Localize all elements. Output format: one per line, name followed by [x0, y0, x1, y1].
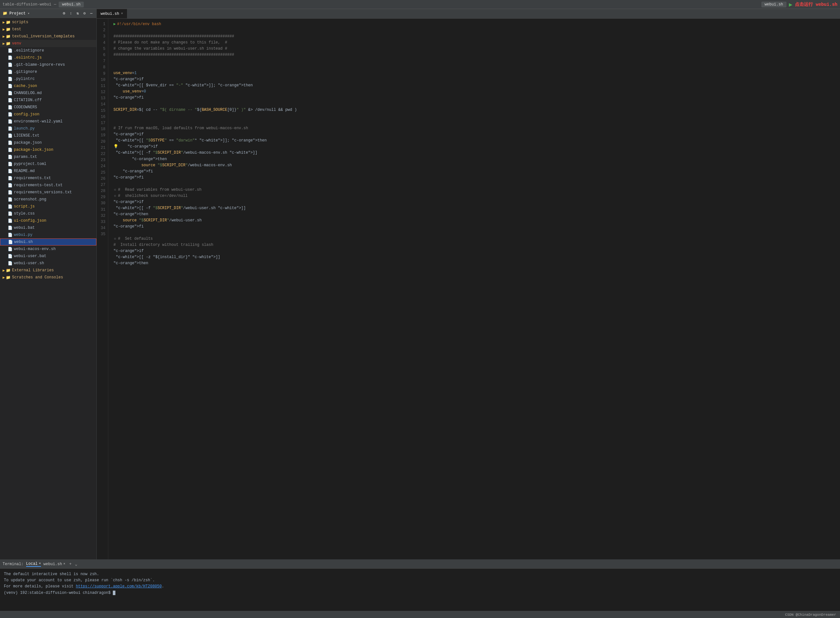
tree-item-textual-inversion-templates[interactable]: ▶📁textual_inversion_templates	[0, 33, 97, 40]
toolbar-icon-3[interactable]: ⇅	[75, 10, 80, 16]
toolbar-icon-4[interactable]: ⚙	[82, 10, 87, 16]
tree-item-environment-wsl2-yaml[interactable]: 📄environment-wsl2.yaml	[0, 118, 97, 125]
tree-item-license-txt[interactable]: 📄LICENSE.txt	[0, 132, 97, 139]
code-content[interactable]: ▶#!/usr/bin/env bash####################…	[108, 19, 840, 559]
tree-item-requirements-txt[interactable]: 📄requirements.txt	[0, 175, 97, 182]
tree-item-requirements-test-txt[interactable]: 📄requirements-test.txt	[0, 182, 97, 189]
statusbar: CSDN @ChinaDragonDreamer	[0, 611, 840, 618]
tree-item-webui-bat[interactable]: 📄webui.bat	[0, 224, 97, 231]
run-button[interactable]: ▶	[789, 1, 792, 8]
toolbar-icon-2[interactable]: ↕	[68, 10, 73, 16]
tree-label: params.txt	[14, 154, 37, 159]
terminal-label: Terminal:	[3, 562, 24, 566]
tree-item-launch-py[interactable]: 📄launch.py	[0, 125, 97, 132]
tree-item-script-js[interactable]: 📄script.js	[0, 203, 97, 210]
tree-item-webui-py[interactable]: 📄webui.py	[0, 231, 97, 238]
tree-item-webui-macos-env-sh[interactable]: 📄webui-macos-env.sh	[0, 245, 97, 253]
tree-item-webui-sh[interactable]: 📄webui.sh	[0, 238, 97, 245]
code-line-16	[113, 119, 835, 125]
title-tab[interactable]: webui.sh	[59, 1, 84, 7]
tree-item--eslintignore[interactable]: 📄.eslintignore	[0, 47, 97, 54]
code-line-11: use_venv=0	[113, 89, 835, 95]
code-line-6: ########################################…	[113, 52, 835, 58]
close-webui-tab[interactable]: ×	[63, 562, 65, 566]
line-number-28: 28	[98, 188, 106, 194]
tree-item-cache-json[interactable]: 📄cache.json	[0, 82, 97, 89]
tree-icon--gitignore: 📄	[8, 70, 13, 74]
tree-item-pyproject-toml[interactable]: 📄pyproject.toml	[0, 160, 97, 168]
tree-label: Scratches and Consoles	[12, 275, 63, 280]
line-number-14: 14	[98, 101, 106, 108]
fold-icon[interactable]: ⊙	[114, 188, 118, 192]
code-line-21: source "$SCRIPT_DIR"/webui-macos-env.sh	[113, 162, 835, 168]
tree-item-webui-user-bat[interactable]: 📄webui-user.bat	[0, 253, 97, 260]
line-number-21: 21	[98, 145, 106, 151]
tree-item-requirements-versions-txt[interactable]: 📄requirements_versions.txt	[0, 189, 97, 196]
tree-icon-requirements-txt: 📄	[8, 176, 13, 181]
tree-icon-environment-wsl2-yaml: 📄	[8, 119, 13, 124]
code-line-17: # If run from macOS, load defaults from …	[113, 125, 835, 131]
terminal-tab-local[interactable]: Local ×	[26, 562, 41, 567]
tree-item-config-json[interactable]: 📄config.json	[0, 111, 97, 118]
toolbar-icon-5[interactable]: —	[89, 10, 94, 16]
line-number-19: 19	[98, 132, 106, 138]
tree-item-scripts[interactable]: ▶📁scripts	[0, 19, 97, 26]
tree-label: CODEOWNERS	[14, 105, 37, 110]
code-line-1: ▶#!/usr/bin/env bash	[113, 21, 835, 27]
tree-item-scratches-and-consoles[interactable]: ▶📁Scratches and Consoles	[0, 274, 97, 281]
tree-item-codeowners[interactable]: 📄CODEOWNERS	[0, 104, 97, 111]
titlebar-right: webui.sh ▶ 点击运行 webui.sh	[761, 1, 837, 8]
fold-icon[interactable]: ⊙	[114, 237, 118, 241]
tree-item-ui-config-json[interactable]: 📄ui-config.json	[0, 217, 97, 224]
tree-label: test	[12, 27, 21, 31]
tree-item-style-css[interactable]: 📄style.css	[0, 210, 97, 217]
dropdown-icon[interactable]: ▾	[27, 11, 30, 15]
line-number-27: 27	[98, 182, 106, 188]
code-line-9: use_venv=1	[113, 70, 835, 76]
tree-item-params-txt[interactable]: 📄params.txt	[0, 153, 97, 160]
tree-item-package-lock-json[interactable]: 📄package-lock.json	[0, 146, 97, 153]
tab-close-button[interactable]: ×	[121, 12, 123, 15]
tree-icon--eslintignore: 📄	[8, 48, 13, 53]
tree-icon-requirements-test-txt: 📄	[8, 183, 13, 188]
tree-item--pylintrc[interactable]: 📄.pylintrc	[0, 76, 97, 82]
code-line-26: ⊙ # shellcheck source=/dev/null	[113, 193, 835, 199]
tree-item-package-json[interactable]: 📄package.json	[0, 139, 97, 146]
code-line-2	[113, 27, 835, 34]
terminal-tab-webui-sh[interactable]: webui.sh ×	[43, 562, 65, 566]
editor-tab-webui-sh[interactable]: webui.sh ×	[97, 9, 127, 18]
tree-item-venv[interactable]: ▶📁venv	[0, 40, 97, 47]
code-line-35: "c-orange">then	[113, 260, 835, 266]
tree-item-external-libraries[interactable]: ▶📁External Libraries	[0, 267, 97, 274]
tree-item-screenshot-png[interactable]: 📄screenshot.png	[0, 196, 97, 203]
tree-item-webui-user-sh[interactable]: 📄webui-user.sh	[0, 260, 97, 267]
tree-item--gitignore[interactable]: 📄.gitignore	[0, 68, 97, 76]
expand-terminal-icon[interactable]: ⌄	[75, 562, 77, 567]
tree-item-citation-cff[interactable]: 📄CITATION.cff	[0, 97, 97, 104]
terminal-link[interactable]: https://support.apple.com/kb/HT208050	[76, 584, 162, 589]
main-container: 📁 Project ▾ ⊙ ↕ ⇅ ⚙ — ▶📁scripts▶📁test▶📁t…	[0, 9, 840, 559]
run-arrow-icon[interactable]: ▶	[113, 22, 116, 27]
code-line-23: "c-orange">fi	[113, 175, 835, 181]
tab-label: webui.sh	[101, 12, 119, 16]
close-local-tab[interactable]: ×	[39, 562, 41, 566]
tree-item--eslintrc-js[interactable]: 📄.eslintrc.js	[0, 54, 97, 61]
title-file-tab[interactable]: webui.sh	[761, 1, 786, 7]
tree-item-readme-md[interactable]: 📄README.md	[0, 168, 97, 175]
tree-item-test[interactable]: ▶📁test	[0, 26, 97, 33]
fold-icon[interactable]: ⊙	[114, 194, 118, 198]
line-number-29: 29	[98, 194, 106, 201]
add-terminal-button[interactable]: +	[69, 562, 71, 566]
code-line-14: SCRIPT_DIR=$( cd -- "$( dirname -- "${BA…	[113, 107, 835, 113]
tree-label: webui-user.bat	[14, 254, 46, 258]
tree-icon-config-json: 📄	[8, 112, 13, 117]
tree-item--git-blame-ignore-revs[interactable]: 📄.git-blame-ignore-revs	[0, 61, 97, 68]
tree-icon-webui-user-sh: 📄	[8, 261, 13, 266]
code-line-24	[113, 181, 835, 187]
statusbar-text: CSDN @ChinaDragonDreamer	[785, 613, 836, 617]
tree-item-changelog-md[interactable]: 📄CHANGELOG.md	[0, 89, 97, 97]
terminal-content[interactable]: The default interactive shell is now zsh…	[0, 569, 840, 611]
code-editor[interactable]: 1234567891011121314151617181920212223242…	[97, 19, 840, 559]
tree-icon-citation-cff: 📄	[8, 98, 13, 103]
toolbar-icon-1[interactable]: ⊙	[62, 10, 66, 16]
